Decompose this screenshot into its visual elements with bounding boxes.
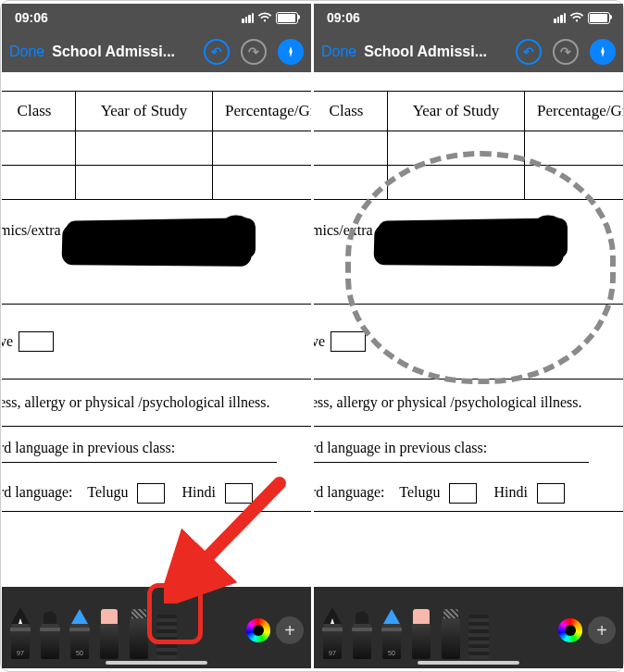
wifi-icon xyxy=(569,12,584,23)
right-screenshot: 09:06 Done School Admissi... ↶ ↷ xyxy=(314,4,623,668)
prev-lang-section: rd language in previous class: xyxy=(2,427,311,470)
form-table: Class Year of Study Percentage/Gra xyxy=(2,91,311,200)
undo-icon: ↶ xyxy=(211,45,222,58)
pen-size: 97 xyxy=(319,650,345,656)
marker-tool[interactable] xyxy=(37,604,63,659)
color-picker[interactable] xyxy=(558,618,582,642)
th-percent: Percentage/Gra xyxy=(525,92,624,131)
pen-icon xyxy=(284,45,297,58)
redo-icon: ↷ xyxy=(248,45,259,58)
telugu-label: Telugu xyxy=(87,484,128,500)
pencil-tool[interactable]: 50 xyxy=(67,604,93,659)
cellular-icon xyxy=(242,13,254,23)
undo-button[interactable]: ↶ xyxy=(516,39,542,65)
telugu-checkbox[interactable] xyxy=(137,483,165,504)
doc-title: School Admissi... xyxy=(52,44,175,60)
lasso-tool[interactable] xyxy=(438,594,464,659)
redacted-section: mics/extra xyxy=(314,200,623,305)
status-bar: 09:06 xyxy=(314,4,623,31)
nav-bar: Done School Admissi... ↶ ↷ xyxy=(314,31,623,72)
form-table: Class Year of Study Percentage/Gra xyxy=(314,91,623,200)
prev-lang-section: rd language in previous class: xyxy=(314,427,623,470)
hindi-label: Hindi xyxy=(493,484,527,500)
pencil-tool[interactable]: 50 xyxy=(379,604,405,659)
prev-lang-label: rd language in previous class: xyxy=(314,440,487,455)
home-indicator xyxy=(418,661,519,665)
ve-label: ve xyxy=(2,333,13,350)
cellular-icon xyxy=(554,13,566,23)
add-button[interactable]: + xyxy=(588,616,616,644)
undo-icon: ↶ xyxy=(523,45,534,58)
battery-icon xyxy=(276,12,298,24)
telugu-label: Telugu xyxy=(399,484,440,500)
mics-label: mics/extra xyxy=(314,222,373,238)
checkbox[interactable] xyxy=(331,331,366,352)
mics-label: mics/extra xyxy=(2,222,61,238)
nav-bar: Done School Admissi... ↶ ↷ xyxy=(2,31,311,72)
eraser-tool[interactable] xyxy=(408,604,434,659)
pencil-size: 50 xyxy=(67,650,93,656)
add-button[interactable]: + xyxy=(276,616,304,644)
checkbox-section: ve xyxy=(314,305,623,380)
status-time: 09:06 xyxy=(15,10,48,25)
redacted-section: mics/extra xyxy=(2,200,311,305)
illness-section: ess, allergy or physical /psychological … xyxy=(314,380,623,427)
prev-lang-label: rd language in previous class: xyxy=(2,440,175,455)
document-area[interactable]: Class Year of Study Percentage/Gra mics/… xyxy=(314,72,623,587)
checkbox[interactable] xyxy=(19,331,54,352)
ve-label: ve xyxy=(314,333,325,350)
redo-button[interactable]: ↷ xyxy=(241,39,267,65)
checkbox-section: ve xyxy=(2,305,311,380)
table-row xyxy=(314,131,623,166)
color-picker[interactable] xyxy=(246,618,270,642)
markup-toggle-button[interactable] xyxy=(278,39,304,65)
eraser-tool[interactable] xyxy=(96,604,122,659)
status-time: 09:06 xyxy=(327,10,360,25)
redaction-mark xyxy=(378,218,568,262)
wifi-icon xyxy=(257,12,272,23)
hindi-checkbox[interactable] xyxy=(537,483,565,504)
th-class: Class xyxy=(314,92,388,131)
lang-label: rd language: xyxy=(314,484,385,500)
pen-tool[interactable]: 97 xyxy=(7,604,33,659)
lang-section: rd language: Telugu Hindi xyxy=(314,470,623,512)
pencil-size: 50 xyxy=(379,650,405,656)
plus-icon: + xyxy=(284,620,295,641)
undo-button[interactable]: ↶ xyxy=(204,39,230,65)
redaction-mark xyxy=(66,218,256,262)
table-row xyxy=(314,166,623,200)
th-class: Class xyxy=(2,92,76,131)
pen-size: 97 xyxy=(7,650,33,656)
markup-toolbar: 97 50 + xyxy=(314,587,623,668)
doc-title: School Admissi... xyxy=(364,44,487,60)
th-year: Year of Study xyxy=(76,92,213,131)
redo-button[interactable]: ↷ xyxy=(553,39,579,65)
illness-section: ess, allergy or physical /psychological … xyxy=(2,380,311,427)
illness-text: ess, allergy or physical /psychological … xyxy=(2,394,270,410)
redo-icon: ↷ xyxy=(560,45,571,58)
svg-line-0 xyxy=(182,483,280,583)
pen-tool[interactable]: 97 xyxy=(319,604,345,659)
plus-icon: + xyxy=(596,620,607,641)
done-button[interactable]: Done xyxy=(321,44,356,60)
th-year: Year of Study xyxy=(388,92,525,131)
marker-tool[interactable] xyxy=(349,604,375,659)
markup-toggle-button[interactable] xyxy=(590,39,616,65)
th-percent: Percentage/Gra xyxy=(213,92,312,131)
battery-icon xyxy=(588,12,610,24)
illness-text: ess, allergy or physical /psychological … xyxy=(314,394,582,410)
pen-icon xyxy=(596,45,609,58)
done-button[interactable]: Done xyxy=(9,44,44,60)
table-row xyxy=(2,131,311,166)
lang-label: rd language: xyxy=(2,484,73,500)
ruler-tool[interactable] xyxy=(468,604,490,659)
annotation-arrow-icon xyxy=(164,474,293,604)
home-indicator xyxy=(106,661,207,665)
left-screenshot: 09:06 Done School Admissi... ↶ ↷ xyxy=(2,4,311,668)
table-row xyxy=(2,166,311,200)
status-bar: 09:06 xyxy=(2,4,311,31)
telugu-checkbox[interactable] xyxy=(449,483,477,504)
